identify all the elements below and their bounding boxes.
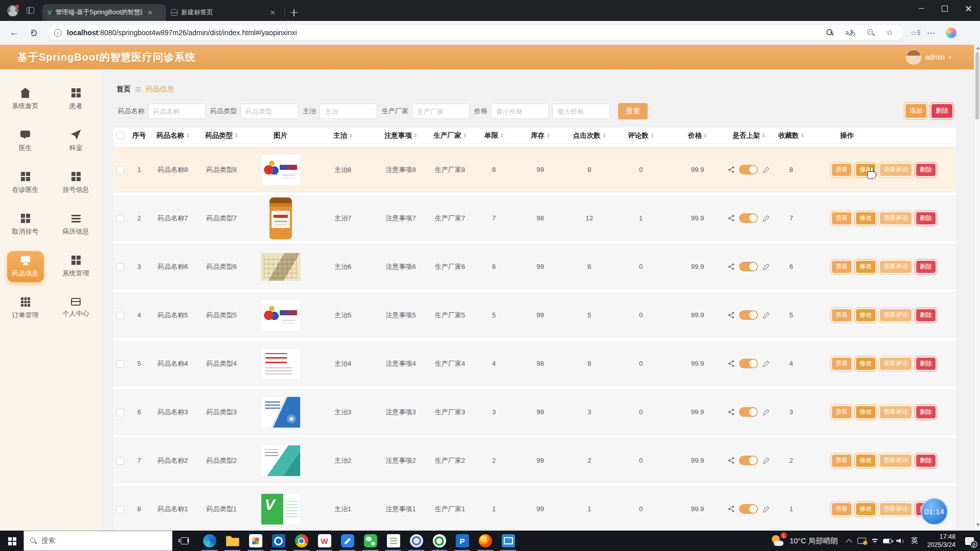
view-button[interactable]: 查看: [832, 164, 851, 176]
breadcrumb-home[interactable]: 首页: [116, 85, 131, 94]
column-header[interactable]: 点击次数: [565, 131, 614, 140]
on-shelf-toggle[interactable]: [739, 407, 758, 417]
weather-widget[interactable]: 1 10°C 局部晴朗: [766, 531, 843, 551]
edit-button[interactable]: 修改: [856, 261, 875, 273]
firefox-taskbar-icon[interactable]: [474, 531, 497, 551]
nc-taskbar-icon[interactable]: [428, 531, 451, 551]
add-button[interactable]: 添加: [905, 104, 926, 118]
edit-button[interactable]: 修改: [856, 212, 875, 224]
sort-icon[interactable]: [463, 132, 467, 139]
row-checkbox[interactable]: [116, 506, 124, 513]
sort-icon[interactable]: [186, 132, 189, 139]
start-button[interactable]: [0, 531, 23, 551]
sort-icon[interactable]: [603, 132, 606, 139]
view-comments-button[interactable]: 查看评论: [880, 164, 912, 176]
filter-name-input[interactable]: [148, 104, 206, 119]
tab-newtab[interactable]: 新建标签页: [166, 4, 281, 21]
edit-pencil-icon[interactable]: [762, 166, 770, 174]
search-button[interactable]: 搜索: [618, 103, 648, 119]
sort-icon[interactable]: [414, 132, 417, 139]
column-header[interactable]: 价格: [668, 131, 727, 140]
on-shelf-toggle[interactable]: [739, 504, 758, 514]
scroll-down-arrow[interactable]: [976, 523, 980, 527]
browser-profile-avatar[interactable]: [7, 5, 18, 16]
page-scrollbar[interactable]: [974, 45, 980, 531]
column-header[interactable]: 操作: [812, 131, 956, 140]
sidebar-item-医生[interactable]: 医生: [14, 126, 37, 157]
row-checkbox[interactable]: [116, 312, 124, 319]
on-shelf-toggle[interactable]: [739, 213, 758, 223]
drug-image[interactable]: [261, 493, 301, 525]
drug-image[interactable]: [261, 348, 301, 380]
column-header[interactable]: 是否上架: [727, 131, 771, 140]
share-icon[interactable]: [727, 311, 735, 319]
outlook-taskbar-icon[interactable]: [267, 531, 290, 551]
chrome-taskbar-icon[interactable]: [290, 531, 313, 551]
sort-icon[interactable]: [500, 132, 503, 139]
sort-icon[interactable]: [651, 132, 654, 139]
on-shelf-toggle[interactable]: [739, 262, 758, 271]
tray-chevron-icon[interactable]: [843, 531, 855, 551]
copilot-icon[interactable]: [946, 28, 957, 38]
sort-icon[interactable]: [349, 132, 352, 139]
translate-icon[interactable]: aあ: [845, 28, 856, 37]
view-comments-button[interactable]: 查看评论: [880, 309, 912, 321]
edit-pencil-icon[interactable]: [762, 408, 770, 416]
column-header[interactable]: 药品名称: [152, 131, 194, 140]
browser-menu-icon[interactable]: ⋯: [927, 28, 936, 38]
view-button[interactable]: 查看: [832, 309, 851, 321]
filter-price-min-input[interactable]: [491, 104, 549, 119]
view-button[interactable]: 查看: [832, 212, 851, 224]
column-header[interactable]: 收藏数: [771, 131, 812, 140]
taskbar-clock[interactable]: 17:48 2025/3/24: [922, 533, 961, 549]
cast-icon[interactable]: [855, 531, 868, 551]
delete-button[interactable]: 删除: [916, 406, 936, 418]
sidebar-item-在诊医生[interactable]: 在诊医生: [7, 167, 44, 198]
password-icon[interactable]: [826, 29, 834, 37]
share-icon[interactable]: [727, 408, 735, 416]
notification-center-button[interactable]: 2: [961, 531, 978, 551]
favorites-bar-icon[interactable]: ☆: [911, 29, 917, 37]
share-icon[interactable]: [727, 263, 735, 270]
workspaces-icon[interactable]: [27, 7, 34, 14]
sidebar-item-系统首页[interactable]: 系统首页: [7, 84, 44, 115]
edit-button[interactable]: 修改: [856, 455, 875, 467]
sort-icon[interactable]: [547, 132, 550, 139]
on-shelf-toggle[interactable]: [739, 165, 758, 174]
edit-pencil-icon[interactable]: [762, 457, 770, 465]
drug-image[interactable]: [261, 299, 301, 331]
new-tab-button[interactable]: [288, 7, 300, 19]
column-header[interactable]: 药品类型: [194, 131, 249, 140]
row-checkbox[interactable]: [116, 409, 124, 416]
drug-image[interactable]: [261, 154, 301, 186]
view-button[interactable]: 查看: [832, 503, 851, 515]
sort-icon[interactable]: [704, 132, 707, 139]
column-header[interactable]: 主治: [312, 131, 374, 140]
refresh-button[interactable]: [30, 30, 37, 36]
input-language[interactable]: 英: [906, 536, 922, 545]
on-shelf-toggle[interactable]: [739, 359, 758, 368]
task-view-button[interactable]: [175, 531, 195, 551]
scrollbar-thumb[interactable]: [975, 52, 979, 119]
on-shelf-toggle[interactable]: [739, 456, 758, 465]
pycharm-taskbar-icon[interactable]: [451, 531, 474, 551]
share-icon[interactable]: [727, 505, 735, 513]
view-comments-button[interactable]: 查看评论: [880, 406, 912, 418]
user-menu[interactable]: admin ▾: [906, 49, 951, 65]
on-shelf-toggle[interactable]: [739, 310, 758, 320]
drug-image[interactable]: [261, 445, 301, 477]
share-icon[interactable]: [727, 166, 735, 173]
view-button[interactable]: 查看: [832, 455, 851, 467]
tab-close-icon[interactable]: [146, 9, 154, 16]
delete-button[interactable]: 删除: [916, 164, 936, 176]
row-checkbox[interactable]: [116, 360, 124, 368]
sidebar-item-个人中心[interactable]: 个人中心: [58, 293, 94, 324]
address-bar[interactable]: i localhost:8080/springboot4w897m26/admi…: [48, 25, 903, 40]
edit-pencil-icon[interactable]: [762, 360, 770, 368]
scroll-up-arrow[interactable]: [976, 46, 980, 49]
view-button[interactable]: 查看: [832, 261, 851, 273]
favorite-star-icon[interactable]: ☆: [886, 29, 893, 37]
view-button[interactable]: 查看: [832, 358, 851, 370]
filter-zhuzhi-input[interactable]: [320, 104, 377, 119]
sidebar-item-科室[interactable]: 科室: [64, 126, 88, 157]
